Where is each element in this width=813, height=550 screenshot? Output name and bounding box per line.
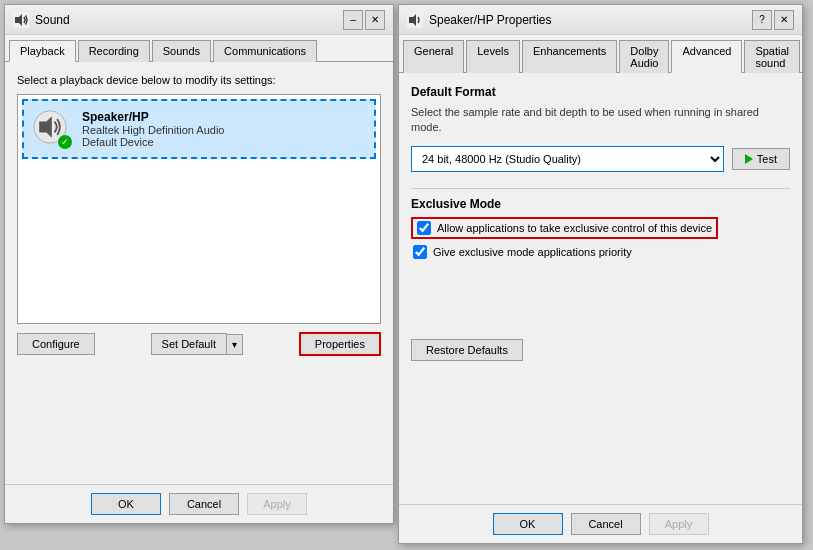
bottom-buttons: Configure Set Default ▾ Properties: [17, 332, 381, 356]
properties-window-title: Speaker/HP Properties: [429, 13, 552, 27]
format-row: 24 bit, 48000 Hz (Studio Quality) Test: [411, 146, 790, 172]
default-format-title: Default Format: [411, 85, 790, 99]
properties-close-button[interactable]: ✕: [774, 10, 794, 30]
device-type: Realtek High Definition Audio: [82, 124, 224, 136]
properties-content: Default Format Select the sample rate an…: [399, 73, 802, 504]
properties-footer: OK Cancel Apply: [399, 504, 802, 543]
advanced-tab-content: Default Format Select the sample rate an…: [411, 85, 790, 492]
device-name: Speaker/HP: [82, 110, 224, 124]
default-format-desc: Select the sample rate and bit depth to …: [411, 105, 790, 136]
exclusive-mode-section: Exclusive Mode Allow applications to tak…: [411, 197, 790, 259]
configure-button[interactable]: Configure: [17, 333, 95, 355]
tab-communications[interactable]: Communications: [213, 40, 317, 62]
sound-content: Select a playback device below to modify…: [5, 62, 393, 484]
sound-window: Sound – ✕ Playback Recording Sounds Comm…: [4, 4, 394, 524]
sound-footer: OK Cancel Apply: [5, 484, 393, 523]
tab-dolby-audio[interactable]: Dolby Audio: [619, 40, 669, 73]
sound-tabs: Playback Recording Sounds Communications: [5, 35, 393, 62]
divider: [411, 188, 790, 189]
properties-title-bar: Speaker/HP Properties ? ✕: [399, 5, 802, 35]
format-select[interactable]: 24 bit, 48000 Hz (Studio Quality): [411, 146, 724, 172]
device-check-icon: ✓: [58, 135, 72, 149]
test-button[interactable]: Test: [732, 148, 790, 170]
sound-window-icon: [13, 12, 29, 28]
sound-ok-button[interactable]: OK: [91, 493, 161, 515]
exclusive-mode-title: Exclusive Mode: [411, 197, 790, 211]
test-label: Test: [757, 153, 777, 165]
set-default-dropdown[interactable]: ▾: [227, 334, 243, 355]
tab-enhancements[interactable]: Enhancements: [522, 40, 617, 73]
sound-window-title: Sound: [35, 13, 70, 27]
minimize-button[interactable]: –: [343, 10, 363, 30]
tab-playback[interactable]: Playback: [9, 40, 76, 62]
set-default-button[interactable]: Set Default: [151, 333, 227, 355]
priority-label: Give exclusive mode applications priorit…: [433, 246, 632, 258]
restore-defaults-section: Restore Defaults: [411, 339, 790, 361]
tab-sounds[interactable]: Sounds: [152, 40, 211, 62]
sound-cancel-button[interactable]: Cancel: [169, 493, 239, 515]
properties-ok-button[interactable]: OK: [493, 513, 563, 535]
tab-recording[interactable]: Recording: [78, 40, 150, 62]
device-item-speaker[interactable]: ✓ Speaker/HP Realtek High Definition Aud…: [22, 99, 376, 159]
sound-title-bar: Sound – ✕: [5, 5, 393, 35]
tab-levels[interactable]: Levels: [466, 40, 520, 73]
allow-exclusive-item: Allow applications to take exclusive con…: [411, 217, 790, 239]
priority-checkbox[interactable]: [413, 245, 427, 259]
tab-spatial-sound[interactable]: Spatial sound: [744, 40, 800, 73]
allow-exclusive-label: Allow applications to take exclusive con…: [437, 222, 712, 234]
properties-window: Speaker/HP Properties ? ✕ General Levels…: [398, 4, 803, 544]
properties-apply-button: Apply: [649, 513, 709, 535]
tab-advanced[interactable]: Advanced: [671, 40, 742, 73]
set-default-group: Set Default ▾: [151, 333, 243, 355]
close-button[interactable]: ✕: [365, 10, 385, 30]
properties-window-icon: [407, 12, 423, 28]
properties-tabs: General Levels Enhancements Dolby Audio …: [399, 35, 802, 73]
properties-help-button[interactable]: ?: [752, 10, 772, 30]
priority-item: Give exclusive mode applications priorit…: [413, 245, 790, 259]
allow-exclusive-checkbox[interactable]: [417, 221, 431, 235]
select-device-label: Select a playback device below to modify…: [17, 74, 381, 86]
sound-apply-button: Apply: [247, 493, 307, 515]
restore-defaults-button[interactable]: Restore Defaults: [411, 339, 523, 361]
allow-exclusive-highlighted: Allow applications to take exclusive con…: [411, 217, 718, 239]
properties-cancel-button[interactable]: Cancel: [571, 513, 641, 535]
properties-button[interactable]: Properties: [299, 332, 381, 356]
device-status: Default Device: [82, 136, 224, 148]
device-list[interactable]: ✓ Speaker/HP Realtek High Definition Aud…: [17, 94, 381, 324]
play-icon: [745, 154, 753, 164]
tab-general[interactable]: General: [403, 40, 464, 73]
